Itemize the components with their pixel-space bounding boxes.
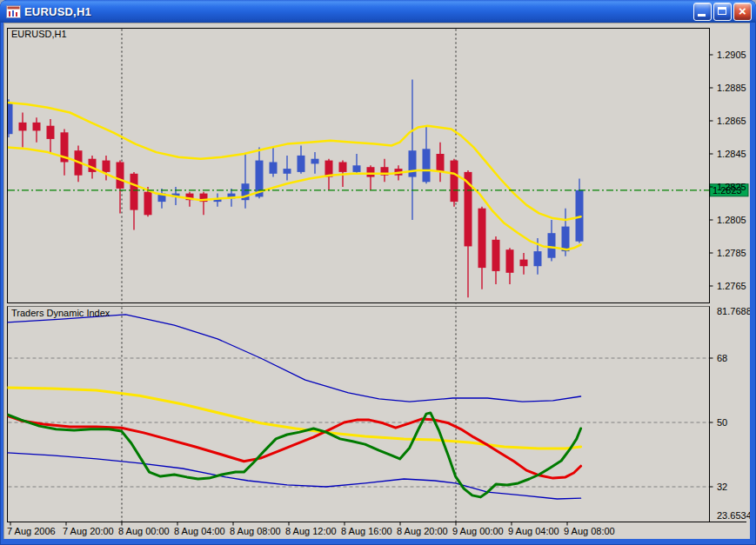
candle-body	[534, 251, 542, 266]
candle-body	[492, 240, 500, 271]
price-tick-label: 1.2905	[717, 50, 746, 60]
candle	[33, 117, 41, 143]
price-tick-label: 1.2885	[717, 83, 746, 93]
chart-app-icon	[6, 5, 21, 18]
candle	[158, 189, 166, 209]
window-controls: ×	[693, 3, 752, 21]
indicator-level-label: 50	[717, 417, 727, 428]
candle-body	[298, 156, 305, 172]
candle	[451, 159, 458, 207]
candle	[19, 113, 27, 148]
indicator-max-label: 81.7688	[717, 306, 750, 316]
candle	[214, 194, 222, 207]
candles-layer	[5, 80, 584, 298]
chart-window: EURUSD,H1 × 68503281.768823.65341.28231.…	[0, 0, 756, 545]
candle	[311, 152, 319, 174]
candle-body	[409, 150, 417, 176]
price-tick-label: 1.2765	[717, 281, 746, 291]
candle-body	[451, 161, 458, 203]
candle-body	[270, 163, 278, 174]
candle	[242, 154, 250, 209]
price-tick-label: 1.2825	[717, 182, 746, 192]
candle	[270, 147, 278, 176]
candle-body	[33, 123, 41, 131]
chart-canvas[interactable]: 68503281.768823.65341.28231.29051.28851.…	[3, 23, 750, 539]
candle	[423, 126, 431, 184]
candle-body	[478, 209, 486, 268]
candle	[520, 253, 528, 275]
market-base-line	[7, 388, 580, 449]
candle	[478, 207, 486, 289]
candle-body	[367, 167, 375, 176]
candle	[367, 165, 375, 190]
indicator-level-label: 68	[717, 353, 727, 363]
candle	[548, 220, 556, 262]
candle-body	[47, 126, 55, 139]
time-axis-label: 9 Aug 08:00	[564, 526, 615, 536]
pane-splitter[interactable]	[8, 304, 710, 307]
candle-body	[576, 190, 584, 242]
maximize-button[interactable]	[713, 3, 732, 21]
close-button[interactable]: ×	[733, 3, 752, 21]
candle	[353, 154, 361, 174]
volatility-band-lower	[7, 453, 580, 499]
candle-body	[311, 159, 319, 164]
candle-body	[144, 192, 152, 216]
time-axis[interactable]: 7 Aug 20067 Aug 20:008 Aug 00:008 Aug 04…	[7, 522, 746, 537]
candle	[409, 80, 417, 221]
indicator-min-label: 23.6534	[717, 510, 750, 521]
candle	[465, 170, 472, 297]
price-tick-label: 1.2805	[717, 215, 746, 225]
time-axis-label: 9 Aug 00:00	[452, 526, 504, 536]
candle	[381, 159, 389, 183]
candle	[103, 156, 110, 181]
candle-body	[548, 233, 556, 258]
candle-body	[5, 103, 13, 134]
time-axis-label: 7 Aug 20:00	[63, 526, 114, 536]
candle-body	[506, 249, 514, 273]
titlebar[interactable]: EURUSD,H1 ×	[0, 0, 756, 23]
candle	[5, 99, 13, 137]
candle-body	[117, 163, 124, 189]
time-axis-label: 7 Aug 2006	[7, 526, 56, 536]
candle	[576, 179, 584, 243]
candle	[437, 143, 445, 183]
time-axis-label: 8 Aug 20:00	[397, 526, 448, 536]
time-axis-label: 8 Aug 12:00	[285, 526, 337, 536]
minimize-button[interactable]	[693, 3, 712, 21]
indicator-pane[interactable]	[8, 307, 710, 522]
candle	[284, 156, 291, 181]
window-title: EURUSD,H1	[24, 5, 693, 18]
symbol-label: EURUSD,H1	[11, 29, 67, 39]
candle-body	[423, 149, 431, 182]
candle	[492, 236, 500, 284]
price-axis[interactable]: 1.29051.28851.28651.28451.28251.28051.27…	[710, 50, 746, 291]
chart-client-area: 68503281.768823.65341.28231.29051.28851.…	[3, 23, 750, 539]
candle	[506, 248, 514, 284]
close-icon: ×	[734, 3, 751, 20]
indicator-levels: 68503281.768823.6534	[9, 306, 751, 521]
candle	[117, 161, 124, 214]
candle-body	[19, 123, 27, 131]
candle-body	[437, 154, 445, 172]
indicator-level-label: 32	[717, 482, 727, 492]
candle-body	[130, 174, 138, 210]
time-axis-label: 8 Aug 08:00	[230, 526, 281, 536]
candle-body	[284, 169, 291, 174]
indicator-title: Traders Dynamic Index	[11, 308, 110, 318]
time-axis-label: 9 Aug 04:00	[508, 526, 559, 536]
price-tick-label: 1.2865	[717, 116, 746, 126]
time-axis-label: 8 Aug 04:00	[174, 526, 225, 536]
candle-body	[103, 161, 110, 172]
candle	[47, 119, 55, 154]
candle	[130, 172, 138, 230]
volatility-band-upper	[7, 315, 580, 402]
candle	[61, 130, 69, 176]
price-tick-label: 1.2845	[717, 149, 746, 159]
candle-body	[562, 227, 570, 252]
candle	[200, 192, 208, 216]
candle-body	[339, 163, 347, 172]
price-tick-label: 1.2785	[717, 248, 746, 258]
candle	[298, 146, 305, 174]
candle-body	[353, 165, 361, 172]
